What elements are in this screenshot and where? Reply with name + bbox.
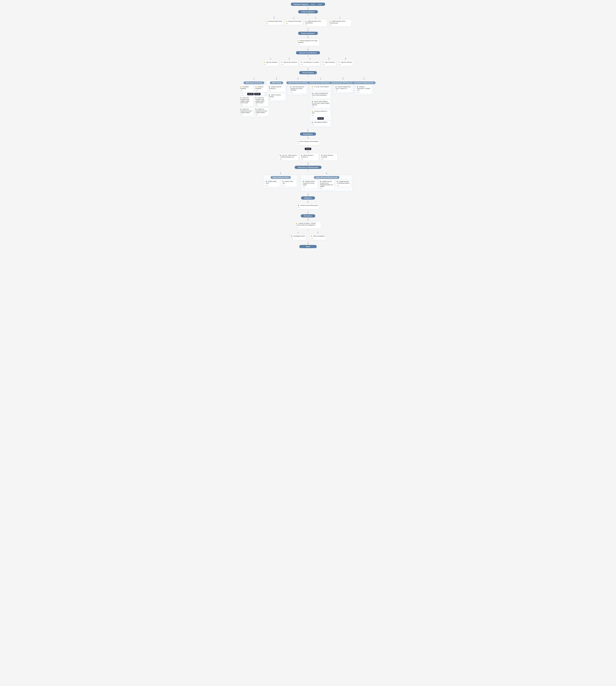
- search-xdr-icon: ▶: [312, 101, 313, 102]
- tag-task-icon-5: ▶: [339, 61, 340, 63]
- workflow-canvas: Playbook Triggered XSOAR XSIAM Collect I…: [231, 0, 385, 250]
- tag-task-5-title: Tag File Indicators: [341, 61, 352, 63]
- deploy-sigma[interactable]: ▶ Deploy Sigma rules xxx: [265, 179, 280, 187]
- badge-xsiam: XSIAM: [317, 3, 323, 5]
- siem-hunting-group: SIEM Hunting ▶ QRadar Indicator Hunting …: [266, 80, 287, 102]
- search-file-icon-1: ▶: [240, 97, 242, 99]
- endpoints-group: Hunting For Endpoints IoCs ▶ Endpoint En…: [354, 80, 373, 95]
- detections-phase: Detections & Workarounds: [295, 166, 322, 169]
- search-proc-icon-2: ▶: [256, 108, 257, 110]
- pan-os-block[interactable]: ▶ PAN-OS - Block Domain - External Dynam…: [279, 153, 299, 161]
- tag-task-3[interactable]: ▶ Link Indicators To Incident xxx: [300, 60, 320, 66]
- palo-hunting-icon: ▶: [290, 86, 291, 87]
- block-auto-icon: ▶: [298, 141, 299, 142]
- disable-activex-reg-icon: ▶: [320, 180, 321, 182]
- siem-advanced-col: SIEM Advanced Hunting ▶ Is QRadar Enable…: [243, 77, 265, 117]
- deploy-yara-icon: ▶: [283, 180, 284, 182]
- task-icon-orange-4: ▶: [330, 20, 331, 22]
- tag-task-icon-4: ▶: [323, 61, 324, 63]
- investigate-further[interactable]: ▶ Investigate Further xxx: [290, 234, 306, 240]
- connector-final-done: [233, 241, 383, 244]
- incidents-to-link[interactable]: ▶ Are there incidents to link? xxx: [311, 109, 331, 117]
- cond-false-2: FALSE: [254, 93, 261, 95]
- tag-task-4[interactable]: ▶ Tag IP indicators xxx: [322, 60, 336, 66]
- qradar-icon: ▶: [240, 86, 242, 87]
- tag-task-1[interactable]: ▶ Tag URL indicators xxx: [263, 60, 279, 66]
- deploy-yara[interactable]: ▶ Deploy YARA rule xxx: [281, 179, 297, 187]
- badge-xsoar: XSOAR: [310, 3, 315, 5]
- collect-task-3[interactable]: ▶ Collect Indicators from HUNTRESS xxx: [304, 19, 327, 27]
- endpoints-label: Hunting For Endpoints IoCs: [352, 81, 376, 84]
- pan-os-icon: ▶: [280, 154, 281, 156]
- mitigation-phase: Mitigation: [301, 196, 315, 199]
- cortex-xdr-enabled[interactable]: ▶ Is Cortex XDR enabled? xxx: [311, 85, 331, 91]
- extract-phase-row: Extract Indicators: [233, 32, 383, 35]
- close-col: ▶ Close Investigation xxx: [310, 231, 326, 240]
- mitigation-task-row: ▶ Install Microsoft official patch xxx: [233, 203, 383, 209]
- block-cond-col: FALSE ▶ PAN-OS - Block Domain - External…: [279, 148, 337, 161]
- connector-resolution: [233, 218, 383, 221]
- qradar-hunting[interactable]: ▶ QRadar Indicator Hunting V2 xxx: [268, 85, 285, 92]
- collect-task-4-label: xxx: [330, 24, 350, 26]
- block-manually[interactable]: ▶ Block Indicators manually xxx: [320, 153, 337, 161]
- tag-task-3-col: ▶ Link Indicators To Incident xxx: [300, 57, 320, 66]
- analysis-resolution[interactable]: ▶ Analysis resolution - Should continue …: [295, 221, 321, 229]
- disable-activex-gpo-icon: ▶: [303, 180, 304, 182]
- splunk-hunting[interactable]: ▶ Splunk Indicator Hunting xxx: [268, 93, 285, 101]
- deploy-rules-label: Deploy Detection Rules: [270, 176, 291, 179]
- link-incidents[interactable]: ▶ Link related incidents xxx: [311, 120, 331, 126]
- tag-phase: Tag and Link Indicators: [296, 51, 320, 55]
- search-proc-1[interactable]: ▶ Search for suspicious process creation…: [239, 107, 254, 116]
- collect-task-4[interactable]: ▶ Collect Indicators from Picussecurity …: [328, 19, 352, 27]
- collect-task-2-label: xxx: [286, 23, 302, 24]
- collect-task-2[interactable]: ▶ Download Yara Rules xxx: [285, 19, 303, 25]
- tag-task-5[interactable]: ▶ Tag File Indicators xxx: [337, 60, 353, 66]
- splunk-enabled[interactable]: ▶ Is Splunk Enabled? xxx: [254, 85, 269, 92]
- trigger-row: Playbook Triggered XSOAR XSIAM: [233, 3, 383, 6]
- connector-extract-tag: [233, 47, 383, 50]
- endpoint-enrichment[interactable]: ▶ Endpoint Enrichment - Generic v2.1 xxx: [356, 85, 372, 94]
- collect-task-1[interactable]: ▶ Download Sigma Rules xxx: [264, 19, 283, 25]
- install-patch[interactable]: ▶ Install Microsoft official patch xxx: [297, 203, 319, 209]
- collect-task-4-title: Collect Indicators from Picussecurity: [330, 20, 346, 24]
- tag-task-4-title: Tag IP indicators: [325, 61, 335, 63]
- close-investigation[interactable]: ▶ Close Investigation xxx: [310, 234, 326, 240]
- cortex-xql-col: Hunting Cortex XDR XQL Queries ▶ Search …: [333, 77, 353, 93]
- search-xdr[interactable]: ▶ Search XDR incidents for CVE-2021-4044…: [311, 100, 331, 109]
- search-file-icon-2: ▶: [256, 97, 257, 99]
- disable-activex-gpo[interactable]: ▶ Disable ActiveX controls via Group Pol…: [302, 179, 317, 189]
- deploy-rules-col: Deploy Detection Rules ▶ Deploy Sigma ru…: [263, 172, 298, 188]
- tag-task-1-title: Tag URL indicators: [266, 61, 278, 63]
- connector-extract: [233, 36, 383, 38]
- qradar-enabled[interactable]: ▶ Is QRadar Enabled? xxx: [239, 85, 254, 92]
- search-endpoints-hash[interactable]: ▶ Search Endpoints By Hash - Generic V2 …: [334, 85, 352, 92]
- cortex-edr-group: Hunting Cortex EDR Signatures ▶ Is Corte…: [309, 80, 332, 128]
- done-phase: Done: [299, 245, 317, 248]
- look-cve[interactable]: ▶ Look for potential CVE-2021-40444 expl…: [311, 91, 331, 99]
- search-file-2[interactable]: ▶ Search for suspicious file creation un…: [254, 96, 269, 107]
- block-generic-icon: ▶: [301, 154, 303, 156]
- search-file-1[interactable]: ▶ Search for suspicious file creation un…: [239, 96, 254, 107]
- task-icon-orange: ▶: [266, 20, 267, 22]
- palo-alto-group: Palo Alto Networks Hunting ▶ Palo Alto N…: [288, 80, 308, 95]
- block-generic[interactable]: ▶ Block Indicators - Generic v2 xxx: [300, 153, 319, 161]
- close-icon: ▶: [311, 235, 312, 237]
- search-proc-2[interactable]: ▶ Search for suspicious process creation…: [254, 107, 269, 116]
- collect-task-2-col: ▶ Download Yara Rules xxx: [285, 16, 303, 25]
- cond-false-1: FALSE: [247, 93, 254, 95]
- extract-task-1[interactable]: ▶ Extract Indicators From Data Collected…: [296, 39, 320, 46]
- cortex-xql-group: Hunting Cortex XDR XQL Queries ▶ Search …: [333, 80, 353, 93]
- mitigation-phase-row: Mitigation: [233, 196, 383, 199]
- palo-hunting[interactable]: ▶ Palo Alto Networks - Hunting And Threa…: [289, 85, 307, 94]
- tag-task-2[interactable]: ▶ Tag Domain indicators xxx: [280, 60, 299, 66]
- disable-activex-reg[interactable]: ▶ Disable ActiveX controls on an individ…: [319, 179, 335, 190]
- tag-task-icon-3: ▶: [301, 61, 302, 63]
- cond-false-edr: FALSE: [317, 117, 324, 120]
- deploy-rules-group: Deploy Detection Rules ▶ Deploy Sigma ru…: [263, 175, 298, 188]
- cortex-edr-col: Hunting Cortex EDR Signatures ▶ Is Corte…: [309, 77, 332, 128]
- collect-task-1-title: Download Sigma Rules: [268, 20, 282, 22]
- block-auto-task[interactable]: ▶ Block Indicators automatically? xxx: [296, 140, 320, 145]
- tag-task-4-col: ▶ Tag IP indicators xxx: [322, 57, 336, 66]
- disable-preview[interactable]: ▶ Disable preview of Windows Explorer xx…: [336, 179, 351, 187]
- hunting-groups-row: SIEM Advanced Hunting ▶ Is QRadar Enable…: [233, 77, 383, 128]
